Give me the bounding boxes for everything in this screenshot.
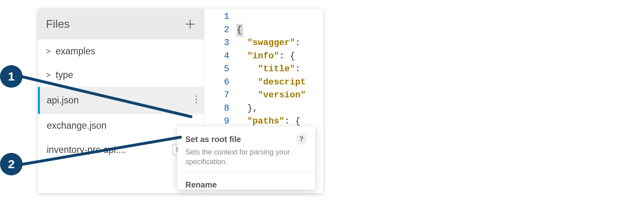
code-token: "title" [258, 64, 295, 74]
callout-2: 2 [0, 153, 23, 175]
menu-item-title-text: Rename [185, 180, 217, 190]
code-token: { [237, 25, 242, 35]
help-icon[interactable]: ? [296, 134, 307, 145]
menu-item-set-root[interactable]: Set as root file ? Sets the context for … [177, 126, 315, 173]
menu-item-title-text: Set as root file [185, 135, 241, 144]
menu-item-rename[interactable]: Rename [177, 173, 315, 190]
line-number: 8 [204, 102, 229, 115]
line-number: 6 [204, 76, 229, 89]
line-number: 4 [204, 50, 229, 63]
svg-point-2 [195, 95, 197, 97]
line-number: 3 [204, 37, 229, 50]
sidebar-title: Files [46, 18, 70, 31]
line-number: 1 [204, 10, 229, 24]
code-token: "info" [247, 51, 279, 61]
svg-line-6 [21, 137, 181, 165]
menu-item-desc: Sets the context for parsing your specif… [185, 147, 307, 167]
add-file-icon[interactable] [185, 19, 196, 30]
code-token: "descript [258, 77, 306, 87]
sidebar-header: Files [38, 9, 204, 39]
chevron-right-icon: > [46, 47, 52, 56]
kebab-menu-icon[interactable] [193, 93, 200, 107]
code-token: }, [247, 103, 258, 113]
tree-folder-examples[interactable]: > examples [38, 39, 204, 63]
code-token: "paths" [247, 116, 284, 126]
line-number: 5 [204, 63, 229, 76]
svg-point-4 [195, 102, 197, 103]
line-number: 2 [204, 24, 229, 37]
svg-line-5 [21, 76, 191, 117]
code-token: "swagger" [247, 38, 295, 48]
context-menu: Set as root file ? Sets the context for … [177, 126, 315, 190]
tree-item-label: examples [56, 46, 95, 57]
line-number: 7 [204, 89, 229, 102]
svg-point-3 [195, 99, 197, 100]
callout-1: 1 [0, 65, 23, 88]
code-token: "version" [258, 90, 306, 100]
